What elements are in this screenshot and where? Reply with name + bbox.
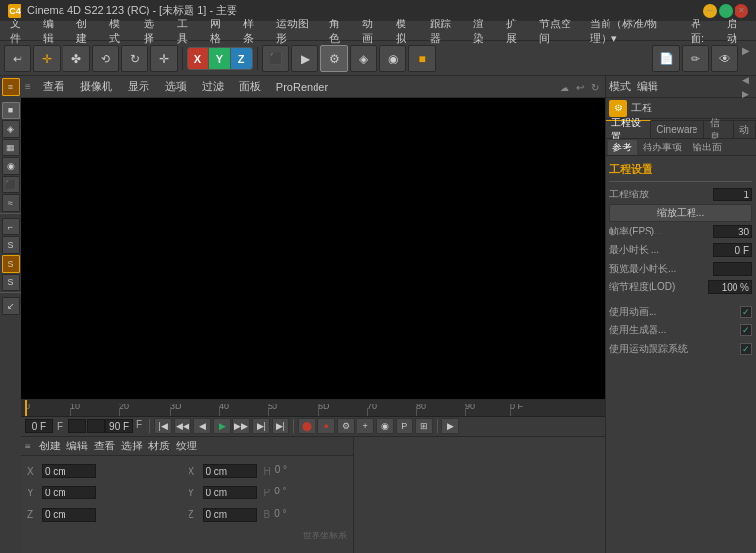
go-start-button[interactable]: |◀ (154, 418, 172, 434)
playhead[interactable] (25, 400, 27, 416)
scale-field[interactable] (713, 188, 752, 201)
left-btn-4[interactable]: ◉ (2, 157, 20, 175)
vp-icon3[interactable]: ↻ (589, 82, 601, 93)
edit-button-r[interactable]: ✏ (682, 45, 709, 72)
prim4-button[interactable]: ◉ (379, 45, 406, 72)
current-frame-field[interactable] (25, 419, 53, 433)
prim2-button[interactable]: ▶ (291, 45, 318, 72)
undo-button[interactable]: ↩ (4, 45, 31, 72)
scale-tool-button[interactable]: ⟲ (92, 45, 119, 72)
record-button[interactable]: ● (317, 418, 335, 434)
menu-select[interactable]: 选择 (138, 16, 169, 47)
object-mode-button[interactable]: ✛ (33, 45, 61, 72)
key-remove-button[interactable]: ◉ (376, 418, 394, 434)
prim3-button[interactable]: ◈ (350, 45, 377, 72)
timeline-end-button[interactable]: ▶ (441, 418, 459, 434)
menu-interface[interactable]: 界面: (685, 16, 719, 47)
vp-menu-prorender[interactable]: ProRender (273, 81, 332, 93)
transform-button[interactable]: ✛ (150, 45, 178, 72)
vp-menu-options[interactable]: 选项 (161, 79, 190, 94)
left-btn-1[interactable]: ■ (2, 102, 20, 119)
left-btn-2[interactable]: ◈ (2, 120, 20, 138)
rp-subtab-todo[interactable]: 待办事项 (638, 140, 687, 155)
size-x-field[interactable] (203, 464, 257, 478)
menu-character[interactable]: 角色 (323, 16, 355, 47)
grid-button[interactable]: ⊞ (415, 418, 433, 434)
viewport[interactable] (21, 98, 605, 399)
rp-subtab-output[interactable]: 输出面 (688, 140, 727, 155)
menu-render[interactable]: 渲染 (467, 16, 498, 47)
bl-menu-create[interactable]: 创建 (39, 439, 61, 453)
menu-create[interactable]: 创建 (70, 16, 102, 47)
left-select-btn[interactable]: ≡ (2, 78, 20, 96)
menu-extend[interactable]: 扩展 (500, 16, 531, 47)
menu-animate[interactable]: 动画 (357, 16, 388, 47)
preview-button[interactable]: P (396, 418, 413, 434)
rotate-tool-button[interactable]: ↻ (121, 45, 148, 72)
loop-end-button[interactable]: ▶| (272, 418, 289, 434)
use-anim-checkbox[interactable]: ✓ (740, 306, 752, 318)
left-btn-6[interactable]: ≈ (2, 194, 20, 212)
y-axis-button[interactable]: Y (209, 48, 231, 69)
file-button[interactable]: 📄 (652, 45, 680, 72)
prim1-button[interactable]: ⬛ (262, 45, 289, 72)
menu-simulate[interactable]: 模拟 (390, 16, 421, 47)
record-position-button[interactable]: ⬤ (298, 418, 315, 434)
menu-file[interactable]: 文件 (4, 16, 35, 47)
menu-tracker[interactable]: 跟踪器 (424, 16, 465, 47)
pos-x-field[interactable] (42, 464, 96, 478)
menu-edit[interactable]: 编辑 (37, 16, 68, 47)
menu-startup[interactable]: 启动 (721, 16, 752, 47)
fps-field[interactable] (713, 225, 752, 238)
lod-field[interactable] (708, 280, 752, 294)
pos-z-field[interactable] (42, 508, 96, 522)
x-axis-button[interactable]: X (188, 48, 209, 69)
move-tool-button[interactable]: ✤ (63, 45, 90, 72)
menu-tools[interactable]: 工具 (171, 16, 202, 47)
vp-icon2[interactable]: ↩ (574, 82, 586, 93)
left-btn-7[interactable]: ⌐ (2, 218, 20, 235)
render-settings-button[interactable]: ⚙ (320, 45, 348, 72)
pos-y-field[interactable] (42, 486, 96, 499)
bl-menu-select[interactable]: 选择 (121, 439, 143, 453)
play-button[interactable]: ▶ (213, 418, 231, 434)
bl-menu-material[interactable]: 材质 (148, 439, 170, 453)
project-tab-label[interactable]: 工程 (631, 101, 652, 115)
minlen-field[interactable] (713, 243, 752, 257)
key-add-button[interactable]: + (357, 418, 374, 434)
menu-nodes[interactable]: 节点空间 (533, 16, 582, 47)
view-button-r[interactable]: 👁 (711, 45, 738, 72)
use-motion-checkbox[interactable]: ✓ (740, 343, 752, 355)
menu-mesh[interactable]: 网格 (204, 16, 235, 47)
use-gen-checkbox[interactable]: ✓ (740, 324, 752, 336)
size-z-field[interactable] (203, 508, 257, 522)
rp-back-btn[interactable]: ◀ (738, 76, 752, 87)
left-btn-10[interactable]: S (2, 274, 20, 291)
auto-key-button[interactable]: ⚙ (337, 418, 355, 434)
z-axis-button[interactable]: Z (231, 48, 252, 69)
menu-mode[interactable]: 模式 (104, 16, 135, 47)
bl-menu-texture[interactable]: 纹理 (176, 439, 197, 453)
bl-menu-edit[interactable]: 编辑 (66, 439, 88, 453)
vp-menu-display[interactable]: 显示 (124, 79, 153, 94)
prev-frame-button[interactable]: ◀◀ (174, 418, 191, 434)
frame-field-2[interactable] (68, 419, 86, 433)
rp-tab-cineware[interactable]: Cineware (651, 120, 704, 138)
menu-spline[interactable]: 样条 (237, 16, 269, 47)
vp-menu-panel[interactable]: 面板 (235, 79, 265, 94)
left-btn-8[interactable]: S (2, 236, 20, 254)
rp-tab-info[interactable]: 信息 (704, 120, 734, 138)
bl-menu-view[interactable]: 查看 (94, 439, 115, 453)
left-btn-11[interactable]: ↙ (2, 297, 20, 315)
left-btn-5[interactable]: ⬛ (2, 176, 20, 193)
menu-mograph[interactable]: 运动图形 (271, 16, 321, 47)
scale-project-button[interactable]: 缩放工程... (609, 204, 752, 222)
preview-minlen-field[interactable] (713, 262, 752, 276)
left-btn-3[interactable]: ▦ (2, 139, 20, 156)
end-frame-field[interactable] (105, 419, 133, 433)
rp-tab-anim[interactable]: 动 (734, 120, 756, 138)
cube-button[interactable]: ■ (408, 45, 436, 72)
left-btn-9[interactable]: S (2, 255, 20, 273)
menu-current[interactable]: 当前（标准/物理）▾ (584, 16, 683, 47)
vp-menu-view[interactable]: 查看 (39, 79, 68, 94)
